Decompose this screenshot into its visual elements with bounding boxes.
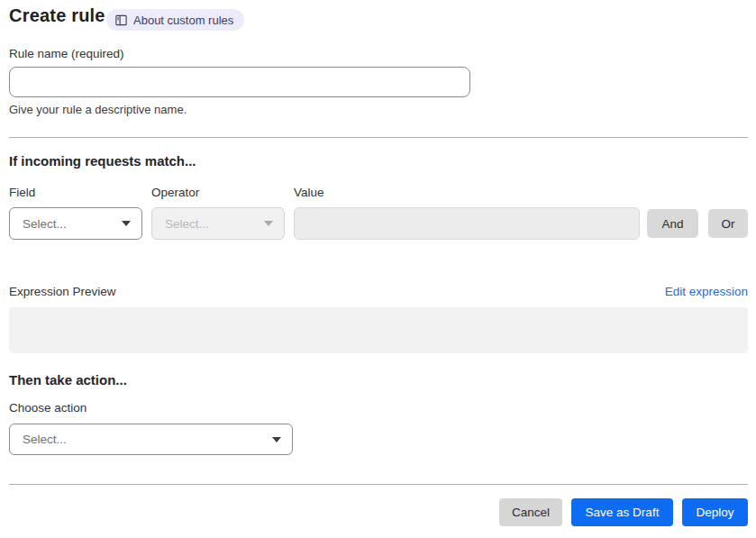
book-icon (114, 14, 128, 27)
rule-name-helper-text: Give your rule a descriptive name. (9, 103, 187, 116)
footer-divider (9, 484, 748, 485)
action-section-heading: Then take action... (9, 372, 127, 388)
operator-label: Operator (151, 186, 199, 199)
and-button[interactable]: And (647, 209, 698, 238)
create-rule-page: Create rule About custom rules Rule name… (0, 0, 756, 538)
deploy-button[interactable]: Deploy (682, 498, 748, 526)
expression-preview-label: Expression Preview (9, 285, 116, 298)
match-section-heading: If incoming requests match... (9, 153, 196, 169)
chevron-down-icon (272, 437, 281, 442)
choose-action-select-value: Select... (23, 433, 67, 446)
field-select[interactable]: Select... (9, 207, 142, 240)
chevron-down-icon (122, 221, 131, 226)
about-custom-rules-badge[interactable]: About custom rules (106, 9, 244, 31)
or-button[interactable]: Or (708, 209, 748, 238)
field-label: Field (9, 186, 35, 199)
rule-name-input[interactable] (9, 67, 470, 97)
save-as-draft-button[interactable]: Save as Draft (571, 498, 673, 526)
value-input (294, 207, 640, 240)
cancel-button[interactable]: Cancel (499, 498, 562, 526)
value-label: Value (294, 186, 324, 199)
expression-preview-box (9, 307, 748, 353)
field-select-value: Select... (23, 217, 67, 231)
section-divider (9, 137, 748, 138)
rule-name-label: Rule name (required) (9, 47, 124, 60)
chevron-down-icon (264, 221, 273, 226)
edit-expression-link[interactable]: Edit expression (665, 285, 748, 298)
operator-select-value: Select... (165, 217, 209, 231)
operator-select: Select... (151, 207, 285, 240)
choose-action-label: Choose action (9, 401, 87, 415)
choose-action-select[interactable]: Select... (9, 424, 293, 455)
about-badge-label: About custom rules (133, 14, 233, 27)
page-title: Create rule (9, 5, 105, 26)
